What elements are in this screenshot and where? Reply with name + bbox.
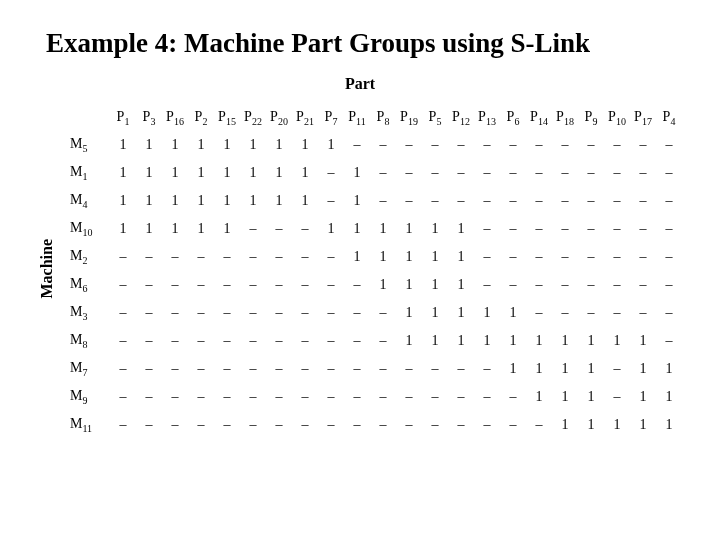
matrix-cell: – bbox=[422, 131, 448, 159]
column-header: P12 bbox=[448, 99, 474, 131]
matrix-cell: 1 bbox=[656, 355, 682, 383]
matrix-cell: – bbox=[656, 327, 682, 355]
matrix-cell: – bbox=[110, 299, 136, 327]
matrix-cell: – bbox=[214, 327, 240, 355]
matrix-cell: – bbox=[396, 411, 422, 439]
matrix-cell: – bbox=[292, 383, 318, 411]
matrix-cell: – bbox=[110, 355, 136, 383]
matrix-cell: 1 bbox=[422, 299, 448, 327]
matrix-cell: – bbox=[500, 243, 526, 271]
matrix-cell: – bbox=[162, 271, 188, 299]
matrix-cell: – bbox=[578, 159, 604, 187]
matrix-cell: – bbox=[448, 383, 474, 411]
matrix-cell: – bbox=[240, 215, 266, 243]
matrix-cell: – bbox=[214, 299, 240, 327]
column-header: P15 bbox=[214, 99, 240, 131]
row-header: M8 bbox=[66, 327, 110, 355]
matrix-cell: 1 bbox=[500, 299, 526, 327]
matrix-cell: 1 bbox=[578, 327, 604, 355]
matrix-cell: 1 bbox=[422, 243, 448, 271]
matrix-cell: 1 bbox=[240, 187, 266, 215]
matrix-cell: – bbox=[422, 383, 448, 411]
column-header: P8 bbox=[370, 99, 396, 131]
matrix-cell: – bbox=[214, 243, 240, 271]
matrix-cell: 1 bbox=[604, 411, 630, 439]
page-title: Example 4: Machine Part Groups using S-L… bbox=[46, 28, 684, 59]
matrix-cell: – bbox=[474, 411, 500, 439]
matrix-cell: – bbox=[474, 215, 500, 243]
matrix-cell: – bbox=[136, 271, 162, 299]
matrix-cell: – bbox=[292, 411, 318, 439]
table-row: M3–––––––––––11111–––––– bbox=[66, 299, 682, 327]
matrix-cell: – bbox=[396, 383, 422, 411]
matrix-cell: – bbox=[604, 271, 630, 299]
matrix-cell: 1 bbox=[162, 187, 188, 215]
matrix-cell: 1 bbox=[656, 383, 682, 411]
matrix-cell: – bbox=[344, 327, 370, 355]
matrix-cell: – bbox=[656, 271, 682, 299]
matrix-cell: – bbox=[214, 383, 240, 411]
matrix-cell: 1 bbox=[188, 159, 214, 187]
matrix-cell: – bbox=[344, 411, 370, 439]
matrix-cell: 1 bbox=[448, 271, 474, 299]
matrix-cell: – bbox=[266, 327, 292, 355]
matrix-cell: – bbox=[240, 411, 266, 439]
matrix-cell: – bbox=[214, 411, 240, 439]
matrix-cell: 1 bbox=[396, 271, 422, 299]
matrix-cell: – bbox=[552, 271, 578, 299]
matrix-cell: 1 bbox=[214, 159, 240, 187]
matrix-cell: – bbox=[526, 187, 552, 215]
matrix-cell: 1 bbox=[292, 187, 318, 215]
column-header: P1 bbox=[110, 99, 136, 131]
matrix-cell: 1 bbox=[344, 243, 370, 271]
row-header: M9 bbox=[66, 383, 110, 411]
matrix-cell: 1 bbox=[162, 131, 188, 159]
matrix-cell: 1 bbox=[136, 159, 162, 187]
matrix-cell: 1 bbox=[656, 411, 682, 439]
matrix-cell: 1 bbox=[240, 131, 266, 159]
matrix-cell: 1 bbox=[526, 355, 552, 383]
matrix-cell: 1 bbox=[136, 215, 162, 243]
matrix-cell: – bbox=[474, 131, 500, 159]
matrix-cell: – bbox=[240, 271, 266, 299]
matrix-cell: – bbox=[344, 355, 370, 383]
column-header: P22 bbox=[240, 99, 266, 131]
matrix-cell: – bbox=[136, 327, 162, 355]
matrix-cell: 1 bbox=[604, 327, 630, 355]
matrix-cell: – bbox=[604, 355, 630, 383]
matrix-cell: – bbox=[214, 271, 240, 299]
matrix-cell: – bbox=[578, 271, 604, 299]
column-header: P18 bbox=[552, 99, 578, 131]
matrix-cell: – bbox=[292, 243, 318, 271]
row-header: M4 bbox=[66, 187, 110, 215]
matrix-cell: – bbox=[604, 159, 630, 187]
table-row: M9––––––––––––––––111–11 bbox=[66, 383, 682, 411]
matrix-cell: 1 bbox=[526, 383, 552, 411]
matrix-cell: – bbox=[656, 243, 682, 271]
table-row: M411111111–1–––––––––––– bbox=[66, 187, 682, 215]
matrix-cell: – bbox=[318, 299, 344, 327]
matrix-cell: – bbox=[344, 131, 370, 159]
matrix-cell: 1 bbox=[422, 327, 448, 355]
matrix-cell: – bbox=[188, 243, 214, 271]
matrix-cell: 1 bbox=[188, 215, 214, 243]
matrix-cell: 1 bbox=[370, 215, 396, 243]
matrix-cell: – bbox=[266, 271, 292, 299]
matrix-cell: – bbox=[422, 187, 448, 215]
matrix-cell: – bbox=[448, 411, 474, 439]
matrix-cell: – bbox=[396, 131, 422, 159]
matrix-cell: – bbox=[578, 187, 604, 215]
row-header: M10 bbox=[66, 215, 110, 243]
row-header: M2 bbox=[66, 243, 110, 271]
matrix-cell: – bbox=[500, 383, 526, 411]
matrix-cell: – bbox=[448, 131, 474, 159]
matrix-cell: – bbox=[370, 411, 396, 439]
matrix-cell: 1 bbox=[162, 159, 188, 187]
matrix-cell: – bbox=[630, 271, 656, 299]
matrix-cell: – bbox=[136, 355, 162, 383]
matrix-cell: – bbox=[370, 187, 396, 215]
matrix-cell: – bbox=[292, 299, 318, 327]
matrix-cell: – bbox=[578, 215, 604, 243]
matrix-cell: – bbox=[188, 299, 214, 327]
matrix-cell: – bbox=[604, 215, 630, 243]
